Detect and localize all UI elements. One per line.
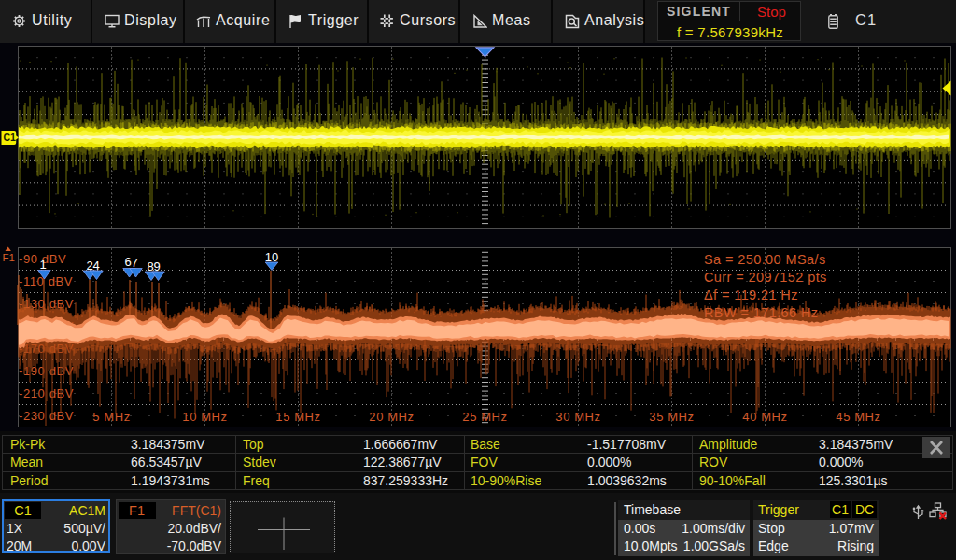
svg-text:30 MHz: 30 MHz: [555, 410, 600, 424]
svg-text:45 MHz: 45 MHz: [836, 410, 880, 424]
svg-text:10: 10: [265, 250, 278, 264]
svg-text:1: 1: [39, 258, 46, 272]
svg-text:20 MHz: 20 MHz: [369, 410, 414, 424]
svg-text:25 MHz: 25 MHz: [462, 410, 507, 424]
svg-text:9: 9: [153, 259, 160, 273]
svg-text:4: 4: [92, 259, 99, 273]
svg-text:35 MHz: 35 MHz: [649, 410, 694, 424]
svg-text:Curr = 2097152 pts: Curr = 2097152 pts: [704, 270, 827, 285]
svg-text:10 MHz: 10 MHz: [182, 410, 227, 424]
svg-text:15 MHz: 15 MHz: [275, 410, 320, 424]
svg-text:7: 7: [131, 256, 137, 270]
svg-text:40 MHz: 40 MHz: [742, 410, 787, 424]
svg-text:-230 dBV: -230 dBV: [19, 409, 74, 423]
svg-text:5 MHz: 5 MHz: [92, 410, 131, 424]
svg-text:F1: F1: [3, 252, 15, 263]
svg-text:C1: C1: [4, 132, 17, 143]
svg-text:Δf = 119.21 Hz: Δf = 119.21 Hz: [704, 287, 798, 302]
svg-text:RBW = 171.66 Hz: RBW = 171.66 Hz: [704, 305, 818, 320]
svg-text:Sa = 250.00 MSa/s: Sa = 250.00 MSa/s: [704, 252, 826, 267]
